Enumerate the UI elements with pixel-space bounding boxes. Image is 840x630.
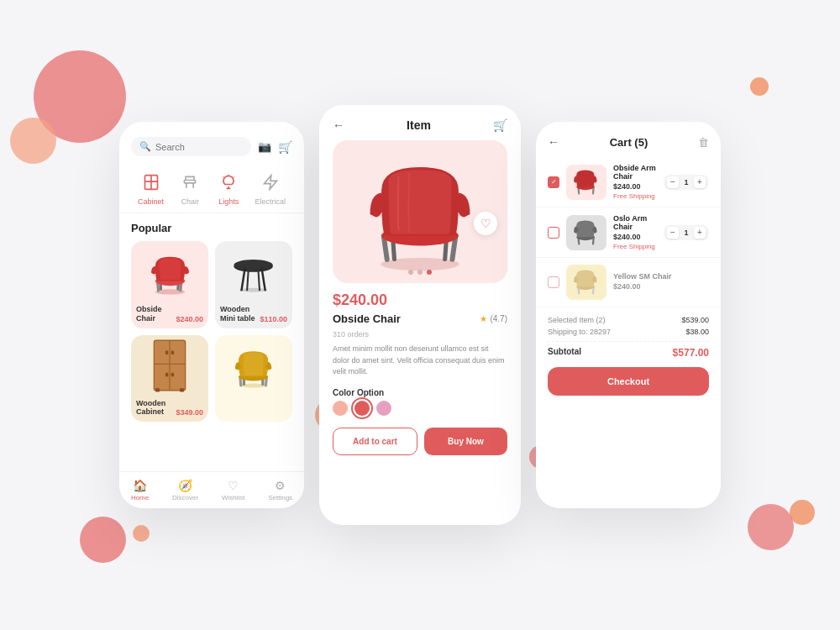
product-price-cabinet: $349.00 bbox=[176, 408, 203, 417]
back-button[interactable]: ← bbox=[333, 118, 344, 132]
product-img-cabinet bbox=[131, 335, 208, 396]
product-info-obside: Obside Chair $240.00 bbox=[131, 302, 208, 328]
qty-obside: − 1 + bbox=[664, 175, 709, 190]
checkbox-yellow[interactable] bbox=[548, 276, 559, 288]
wishlist-button[interactable]: ♡ bbox=[474, 212, 497, 235]
product-img-obside bbox=[131, 241, 208, 302]
qty-minus-oslo[interactable]: − bbox=[667, 227, 679, 239]
cat-chair-label: Chair bbox=[181, 197, 199, 206]
delete-icon[interactable]: 🗑 bbox=[698, 136, 709, 149]
buy-now-button[interactable]: Buy Now bbox=[424, 428, 507, 455]
bottom-nav: 🏠 Home 🧭 Discover ♡ Wishlist ⚙ Settings bbox=[119, 471, 304, 508]
item-name: Obside Chair bbox=[333, 312, 401, 325]
svg-rect-27 bbox=[155, 388, 160, 391]
cat-cabinet-label: Cabinet bbox=[138, 197, 164, 206]
search-bar-area: 🔍 📷 🛒 bbox=[119, 122, 304, 163]
lights-icon bbox=[216, 170, 241, 195]
svg-rect-28 bbox=[180, 388, 184, 391]
cart-price-obside: $240.00 bbox=[613, 182, 657, 191]
cat-cabinet[interactable]: Cabinet bbox=[138, 170, 164, 206]
cart-back-button[interactable]: ← bbox=[548, 135, 559, 149]
qty-minus-obside[interactable]: − bbox=[667, 176, 679, 188]
search-input[interactable] bbox=[155, 142, 243, 152]
rating-value: (4.7) bbox=[490, 314, 507, 323]
categories-bar: Cabinet Chair Lights Electrical bbox=[119, 163, 304, 213]
product-name-table: Wooden Mini table bbox=[220, 305, 260, 323]
checkout-button[interactable]: Checkout bbox=[548, 367, 709, 396]
subtotal-label: Subtotal bbox=[548, 347, 581, 359]
svg-marker-9 bbox=[264, 176, 276, 190]
product-img-table bbox=[215, 241, 292, 302]
cat-lights[interactable]: Lights bbox=[216, 170, 241, 206]
nav-home-label: Home bbox=[131, 494, 149, 501]
checkbox-oslo[interactable] bbox=[548, 227, 559, 239]
qty-plus-oslo[interactable]: + bbox=[694, 227, 706, 239]
shipping-label: Shipping to: 28297 bbox=[548, 328, 611, 336]
item-name-row: Obside Chair ★ (4.7) bbox=[319, 309, 521, 328]
cart-item-yellow: Yellow SM Chair $240.00 bbox=[536, 258, 721, 307]
product-card-table[interactable]: Wooden Mini table $110.00 bbox=[215, 241, 292, 328]
svg-rect-25 bbox=[165, 372, 168, 376]
shipping-row: Shipping to: 28297 $38.00 bbox=[548, 328, 709, 336]
color-peach[interactable] bbox=[333, 401, 348, 416]
subtotal-row: Subtotal $577.00 bbox=[548, 347, 709, 359]
cart-icon[interactable]: 🛒 bbox=[278, 140, 292, 154]
nav-home[interactable]: 🏠 Home bbox=[131, 479, 149, 501]
qty-plus-obside[interactable]: + bbox=[694, 176, 706, 188]
cart-item-obside: ✓ Obside Arm Chair $240.00 Free Shipping… bbox=[536, 157, 721, 207]
cart-img-obside bbox=[566, 165, 606, 200]
settings-icon: ⚙ bbox=[275, 479, 286, 492]
selected-items-label: Selected Item (2) bbox=[548, 316, 606, 324]
cart-name-yellow: Yellow SM Chair bbox=[613, 272, 709, 281]
bg-blob-2 bbox=[10, 118, 56, 164]
add-to-cart-button[interactable]: Add to cart bbox=[333, 428, 417, 455]
product-price-table: $110.00 bbox=[260, 315, 287, 323]
bg-blob-1 bbox=[34, 50, 126, 143]
color-pink[interactable] bbox=[376, 401, 391, 416]
nav-wishlist-label: Wishlist bbox=[222, 494, 245, 501]
bg-blob-7 bbox=[790, 500, 815, 525]
checkbox-obside[interactable]: ✓ bbox=[548, 176, 559, 188]
color-red[interactable] bbox=[354, 401, 370, 416]
star-icon: ★ bbox=[480, 314, 487, 323]
search-bar[interactable]: 🔍 bbox=[131, 137, 251, 156]
cart-price-oslo: $240.00 bbox=[613, 233, 657, 241]
item-image-area: ♡ bbox=[333, 140, 507, 283]
product-card-obside[interactable]: Obside Chair $240.00 bbox=[131, 241, 208, 328]
cart-icon-item[interactable]: 🛒 bbox=[493, 118, 507, 132]
dot-2[interactable] bbox=[417, 270, 423, 275]
screen-home: 🔍 📷 🛒 Cabinet Chair bbox=[119, 122, 304, 508]
product-img-yellow bbox=[215, 335, 292, 396]
home-icon: 🏠 bbox=[133, 479, 147, 492]
nav-settings[interactable]: ⚙ Settings bbox=[268, 479, 292, 501]
svg-line-8 bbox=[234, 177, 234, 178]
bg-blob-4 bbox=[750, 77, 769, 96]
camera-icon[interactable]: 📷 bbox=[258, 140, 271, 153]
cart-name-obside: Obside Arm Chair bbox=[613, 164, 657, 181]
cabinet-icon bbox=[139, 170, 164, 195]
nav-wishlist[interactable]: ♡ Wishlist bbox=[222, 479, 245, 501]
color-option-label: Color Option bbox=[319, 381, 521, 401]
screen-cart: ← Cart (5) 🗑 ✓ Obside Arm Chair $240.00 bbox=[536, 122, 721, 508]
cat-electrical[interactable]: Electrical bbox=[255, 170, 286, 206]
dot-1[interactable] bbox=[408, 270, 413, 275]
cart-header: ← Cart (5) 🗑 bbox=[536, 122, 721, 157]
heart-icon: ♡ bbox=[228, 479, 239, 492]
screen-item: ← Item 🛒 bbox=[319, 105, 521, 525]
product-card-yellow[interactable] bbox=[215, 335, 292, 423]
selected-items-row: Selected Item (2) $539.00 bbox=[548, 316, 709, 324]
search-icon: 🔍 bbox=[139, 141, 151, 152]
cart-img-oslo bbox=[566, 215, 606, 250]
item-description: Amet minim mollit non deserunt ullamco e… bbox=[319, 340, 521, 381]
subtotal-value: $577.00 bbox=[673, 347, 709, 359]
cart-name-oslo: Oslo Arm Chair bbox=[613, 214, 657, 231]
dot-3[interactable] bbox=[427, 270, 432, 275]
nav-discover[interactable]: 🧭 Discover bbox=[172, 479, 198, 501]
qty-oslo: − 1 + bbox=[664, 225, 709, 240]
product-card-cabinet[interactable]: Wooden Cabinet $349.00 bbox=[131, 335, 208, 423]
color-options bbox=[319, 401, 521, 424]
products-grid: Obside Chair $240.00 bbox=[119, 234, 304, 428]
item-title: Item bbox=[407, 118, 431, 132]
item-header: ← Item 🛒 bbox=[319, 105, 521, 132]
cat-chair[interactable]: Chair bbox=[177, 170, 202, 206]
